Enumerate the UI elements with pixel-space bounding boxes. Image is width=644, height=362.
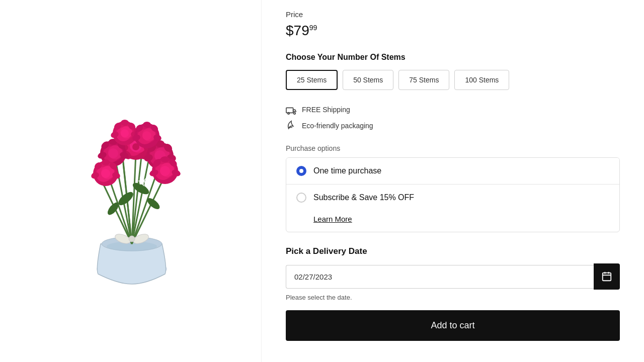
purchase-options-box: One time purchase Subscribe & Save 15% O… — [286, 157, 620, 232]
feature-shipping: FREE Shipping — [286, 104, 620, 115]
price-label: Price — [286, 10, 620, 19]
stem-btn-100[interactable]: 100 Stems — [454, 70, 509, 90]
svg-point-99 — [294, 113, 296, 115]
purchase-option-subscribe[interactable]: Subscribe & Save 15% OFF — [286, 185, 619, 211]
eco-text: Eco-friendly packaging — [302, 122, 373, 130]
svg-rect-100 — [603, 273, 611, 281]
stem-btn-75[interactable]: 75 Stems — [398, 70, 449, 90]
svg-point-57 — [102, 159, 110, 165]
stem-btn-50[interactable]: 50 Stems — [343, 70, 393, 90]
product-details-panel: Price $7999 Choose Your Number Of Stems … — [262, 0, 644, 362]
svg-point-77 — [121, 120, 129, 126]
stems-section-title: Choose Your Number Of Stems — [286, 53, 620, 62]
svg-point-34 — [108, 148, 118, 158]
feature-eco: Eco-friendly packaging — [286, 120, 620, 131]
calendar-icon — [601, 271, 612, 282]
delivery-section-title: Pick a Delivery Date — [286, 246, 620, 256]
stems-options: 25 Stems 50 Stems 75 Stems 100 Stems — [286, 70, 620, 90]
learn-more-area: Learn More — [286, 211, 619, 232]
learn-more-button[interactable]: Learn More — [313, 215, 352, 223]
price-sup: 99 — [309, 24, 317, 32]
svg-point-84 — [142, 131, 151, 140]
purchase-options-label: Purchase options — [286, 144, 620, 152]
product-image — [35, 73, 226, 289]
svg-point-67 — [160, 156, 170, 162]
radio-one-time — [296, 166, 306, 176]
svg-point-74 — [121, 129, 129, 137]
price-main: $79 — [286, 23, 309, 38]
stem-btn-25[interactable]: 25 Stems — [286, 70, 338, 90]
svg-point-92 — [129, 236, 135, 242]
shipping-icon — [286, 104, 297, 115]
purchase-option-one-time[interactable]: One time purchase — [286, 158, 619, 185]
svg-rect-97 — [286, 108, 293, 113]
svg-point-54 — [101, 169, 110, 178]
subscribe-label: Subscribe & Save 15% OFF — [313, 193, 414, 202]
add-to-cart-button[interactable]: Add to cart — [286, 310, 620, 341]
date-hint: Please select the date. — [286, 294, 620, 301]
calendar-button[interactable] — [594, 263, 620, 290]
date-input[interactable] — [286, 265, 594, 289]
svg-point-87 — [143, 122, 151, 128]
svg-point-64 — [160, 166, 170, 176]
svg-line-12 — [101, 178, 132, 244]
date-input-row — [286, 263, 620, 290]
eco-icon — [286, 120, 297, 131]
radio-subscribe — [296, 193, 306, 203]
page-container: Price $7999 Choose Your Number Of Stems … — [0, 0, 644, 362]
features-list: FREE Shipping Eco-friendly packaging — [286, 104, 620, 131]
product-image-panel — [0, 0, 262, 362]
svg-point-98 — [288, 113, 290, 115]
one-time-label: One time purchase — [313, 166, 381, 175]
shipping-text: FREE Shipping — [302, 106, 350, 114]
price-value: $7999 — [286, 23, 620, 39]
